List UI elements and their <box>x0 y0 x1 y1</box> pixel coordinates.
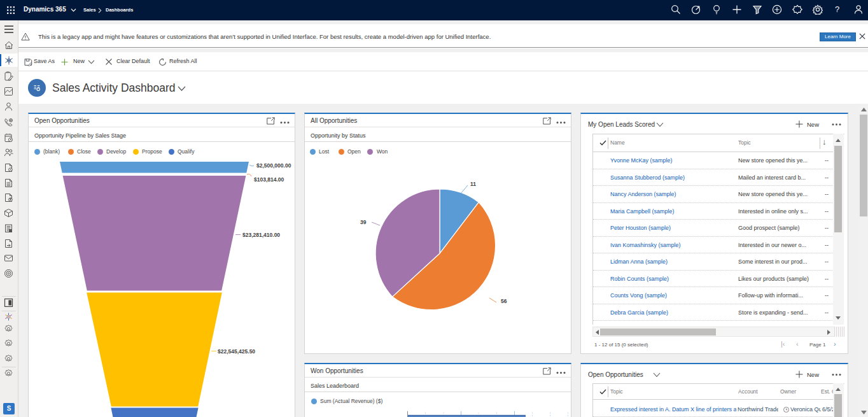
svg-text:$2,500,000.00: $2,500,000.00 <box>256 162 291 169</box>
svg-text:$103,814.00: $103,814.00 <box>254 176 284 183</box>
svg-text:11: 11 <box>470 181 476 187</box>
svg-text:56: 56 <box>501 298 507 304</box>
svg-text:39: 39 <box>360 219 367 225</box>
svg-text:$23,281,410.00: $23,281,410.00 <box>242 232 280 238</box>
svg-text:$22,545,425.50: $22,545,425.50 <box>218 348 255 355</box>
